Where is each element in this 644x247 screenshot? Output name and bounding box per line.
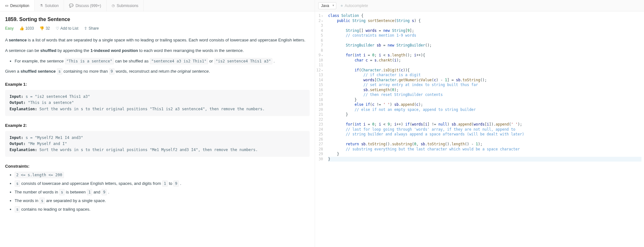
- clock-icon: ◷: [112, 4, 115, 8]
- code-line[interactable]: for(int i = 0; i < s.length(); i++){: [328, 53, 641, 58]
- tab-label: Submissions: [117, 4, 138, 8]
- code-line[interactable]: [328, 38, 641, 43]
- thumbs-up-icon: 👍: [19, 26, 24, 31]
- code-line[interactable]: class Solution {: [328, 13, 641, 18]
- code-line[interactable]: // constraints mention 1-9 words: [328, 33, 641, 38]
- line-number: 21: [316, 112, 323, 117]
- share-icon: ⇪: [84, 26, 87, 31]
- line-number: 2▾: [316, 18, 323, 24]
- code-line[interactable]: // if character is a digit: [328, 73, 641, 78]
- line-gutter: 1▾2▾3456789▾101112▾131415161718192021222…: [315, 11, 326, 247]
- problem-description: A sentence is a list of words that are s…: [5, 37, 310, 213]
- code-line[interactable]: // set array entry at index to string bu…: [328, 83, 641, 88]
- line-number: 4: [316, 28, 323, 33]
- code-line[interactable]: }: [328, 157, 641, 162]
- code-line[interactable]: [328, 63, 641, 68]
- share-button[interactable]: ⇪Share: [84, 26, 99, 31]
- tab-label: Description: [10, 4, 29, 8]
- tab-label: Discuss (999+): [75, 4, 101, 8]
- constraints-list: 2 <= s.length <= 200 s consists of lower…: [15, 172, 310, 213]
- line-number: 13: [316, 73, 323, 78]
- line-number: 22: [316, 117, 323, 122]
- dislike-button[interactable]: 👎32: [39, 26, 50, 31]
- line-number: 19: [316, 102, 323, 107]
- example2-head: Example 2:: [5, 123, 310, 128]
- code-line[interactable]: char c = s.charAt(i);: [328, 58, 641, 63]
- line-number: 8: [316, 48, 323, 53]
- code-line[interactable]: // last for loop going through 'words' a…: [328, 127, 641, 132]
- tab-submissions[interactable]: ◷Submissions: [107, 0, 144, 11]
- flask-icon: ⚗: [40, 4, 43, 8]
- example2-block: Input: s = "Myself2 Me1 I4 and3" Output:…: [5, 131, 310, 157]
- problem-content: 1859. Sorting the Sentence Easy 👍1033 👎3…: [0, 11, 315, 220]
- code-line[interactable]: words[Character.getNumericValue(c) - 1] …: [328, 78, 641, 83]
- code-line[interactable]: StringBuilder sb = new StringBuilder();: [328, 43, 641, 48]
- tab-description[interactable]: ▭Description: [0, 0, 35, 11]
- line-number: 16: [316, 88, 323, 93]
- tab-discuss[interactable]: 💬Discuss (999+): [64, 0, 106, 11]
- line-number: 15: [316, 83, 323, 88]
- line-number: 27: [316, 142, 323, 147]
- code-line[interactable]: public String sortSentence(String s) {: [328, 18, 641, 24]
- line-number: 6: [316, 38, 323, 43]
- problem-meta: Easy 👍1033 👎32 ♡Add to List ⇪Share: [5, 26, 310, 31]
- code-line[interactable]: else if(c != ' ') sb.append(c);: [328, 102, 641, 107]
- chat-icon: 💬: [69, 4, 74, 8]
- code-line[interactable]: for(int i = 0; i < 9; i++) if(words[i] !…: [328, 122, 641, 127]
- line-number: 20: [316, 107, 323, 113]
- code-line[interactable]: }: [328, 112, 641, 117]
- line-number: 7: [316, 43, 323, 48]
- like-button[interactable]: 👍1033: [19, 26, 34, 31]
- line-number: 25: [316, 132, 323, 137]
- difficulty-badge: Easy: [5, 26, 14, 31]
- line-number: 10: [316, 58, 323, 63]
- thumbs-down-icon: 👎: [39, 26, 44, 31]
- line-number: 30: [316, 157, 323, 162]
- code-line[interactable]: [328, 23, 641, 28]
- code-line[interactable]: sb.setLength(0);: [328, 88, 641, 93]
- line-number: 23: [316, 122, 323, 127]
- code-line[interactable]: // string builder and always append a sp…: [328, 132, 641, 137]
- favorite-button[interactable]: ♡Add to List: [56, 26, 79, 31]
- problem-panel: ▭Description ⚗Solution 💬Discuss (999+) ◷…: [0, 0, 315, 247]
- problem-title: 1859. Sorting the Sentence: [5, 17, 310, 22]
- code-line[interactable]: [328, 48, 641, 53]
- constraints-head: Constraints:: [5, 164, 310, 169]
- line-number: 3: [316, 23, 323, 28]
- heart-icon: ♡: [56, 26, 59, 31]
- code-line[interactable]: // else if not an empty space, append to…: [328, 107, 641, 113]
- code-line[interactable]: }: [328, 98, 641, 103]
- status-dot-icon: [341, 5, 343, 7]
- line-number: 11: [316, 63, 323, 68]
- code-line[interactable]: // then reset StringBuilder contents: [328, 92, 641, 98]
- line-number: 24: [316, 127, 323, 132]
- code-line[interactable]: // substring everything but the last cha…: [328, 147, 641, 152]
- example1-block: Input: s = "is2 sentence4 This1 a3" Outp…: [5, 90, 310, 116]
- code-lines[interactable]: class Solution { public String sortSente…: [326, 11, 644, 247]
- line-number: 18: [316, 98, 323, 103]
- tab-solution[interactable]: ⚗Solution: [35, 0, 64, 11]
- code-line[interactable]: if(Character.isDigit(c)){: [328, 68, 641, 73]
- line-number: 12▾: [316, 68, 323, 73]
- editor-panel: Java Autocomplete 1▾2▾3456789▾101112▾131…: [315, 0, 644, 247]
- line-number: 29: [316, 152, 323, 157]
- code-line[interactable]: [328, 117, 641, 122]
- line-number: 1▾: [316, 13, 323, 18]
- autocomplete-toggle[interactable]: Autocomplete: [341, 4, 368, 8]
- code-editor[interactable]: 1▾2▾3456789▾101112▾131415161718192021222…: [315, 11, 644, 247]
- line-number: 26: [316, 137, 323, 142]
- code-line[interactable]: return sb.toString().substring(0, sb.toS…: [328, 142, 641, 147]
- code-line[interactable]: String[] words = new String[9];: [328, 28, 641, 33]
- language-select[interactable]: Java: [318, 2, 336, 9]
- editor-toolbar: Java Autocomplete: [315, 0, 644, 11]
- line-number: 28: [316, 147, 323, 152]
- tab-label: Solution: [45, 4, 59, 8]
- line-number: 14: [316, 78, 323, 83]
- line-number: 9▾: [316, 53, 323, 58]
- code-line[interactable]: [328, 137, 641, 142]
- code-line[interactable]: }: [328, 152, 641, 157]
- example1-head: Example 1:: [5, 82, 310, 87]
- line-number: 17: [316, 92, 323, 98]
- description-icon: ▭: [5, 4, 8, 8]
- problem-tabs: ▭Description ⚗Solution 💬Discuss (999+) ◷…: [0, 0, 315, 11]
